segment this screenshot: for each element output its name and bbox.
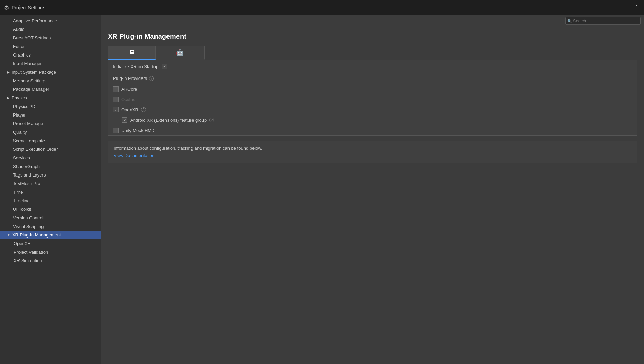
oculus-checkbox[interactable] (113, 97, 119, 102)
sidebar-item-timeline[interactable]: Timeline (0, 196, 101, 205)
sidebar-item-quality[interactable]: Quality (0, 128, 101, 136)
sidebar-item-ui-toolkit[interactable]: UI Toolkit (0, 205, 101, 214)
sidebar-item-xr-plugin-management[interactable]: ▼XR Plug-in Management (0, 231, 101, 239)
sidebar-item-graphics[interactable]: Graphics (0, 51, 101, 59)
tab-android[interactable]: 🤖 (156, 46, 205, 60)
sidebar-item-package-manager[interactable]: Package Manager (0, 85, 101, 94)
sidebar-item-label: Physics (12, 95, 27, 100)
sidebar-item-label: Preset Manager (13, 121, 45, 126)
provider-openxr: ✓ OpenXR ? (108, 105, 637, 115)
sidebar-item-script-execution-order[interactable]: Script Execution Order (0, 145, 101, 154)
search-input[interactable] (565, 17, 641, 25)
sidebar-item-label: Audio (13, 27, 24, 32)
sidebar-item-label: Burst AOT Settings (13, 35, 51, 40)
init-xr-label: Initialize XR on Startup (113, 64, 158, 69)
titlebar: ⚙ Project Settings ⋮ (0, 0, 644, 15)
sidebar-item-player[interactable]: Player (0, 111, 101, 119)
sidebar-item-adaptive-performance[interactable]: Adaptive Performance (0, 16, 101, 25)
sidebar-item-label: Time (13, 190, 23, 195)
sidebar-item-openxr[interactable]: OpenXR (0, 239, 101, 248)
openxr-label: OpenXR (121, 107, 138, 112)
search-bar: 🔍 (101, 15, 644, 27)
sidebar-item-label: UI Toolkit (13, 207, 31, 212)
sidebar-item-audio[interactable]: Audio (0, 25, 101, 34)
sidebar-item-label: Quality (13, 130, 27, 135)
info-box: Information about configuration, trackin… (108, 141, 637, 163)
sidebar-item-label: Editor (13, 44, 25, 49)
page-title: XR Plug-in Management (108, 33, 637, 40)
main-layout: Adaptive PerformanceAudioBurst AOT Setti… (0, 15, 644, 364)
expand-arrow-icon: ▶ (7, 96, 10, 100)
sidebar-item-tags-and-layers[interactable]: Tags and Layers (0, 171, 101, 179)
expand-arrow-icon: ▶ (7, 70, 10, 74)
sidebar-item-xr-simulation[interactable]: XR Simulation (0, 256, 101, 265)
sidebar-item-shader-graph[interactable]: ShaderGraph (0, 162, 101, 171)
sidebar-item-label: TextMesh Pro (13, 181, 40, 186)
android-xr-label: Android XR (Extensions) feature group (130, 118, 207, 123)
sidebar-item-label: Player (13, 112, 26, 118)
sidebar-item-physics[interactable]: ▶Physics (0, 94, 101, 102)
sidebar-item-label: XR Plug-in Management (12, 232, 61, 238)
sidebar-item-time[interactable]: Time (0, 188, 101, 196)
sidebar-item-visual-scripting[interactable]: Visual Scripting (0, 222, 101, 231)
init-xr-checkbox[interactable]: ✓ (162, 64, 167, 69)
search-icon: 🔍 (567, 19, 572, 23)
sidebar-item-label: OpenXR (14, 241, 31, 246)
sidebar-item-label: Visual Scripting (13, 224, 44, 229)
window-title: Project Settings (12, 5, 45, 10)
expand-arrow-icon: ▼ (7, 233, 10, 237)
arcore-label: ARCore (121, 87, 137, 92)
sidebar-item-label: Adaptive Performance (13, 18, 57, 23)
arcore-checkbox[interactable] (113, 86, 119, 92)
sidebar-item-label: ShaderGraph (13, 164, 40, 169)
sidebar-item-memory-settings[interactable]: Memory Settings (0, 76, 101, 85)
plugin-providers-section: Plug-in Providers ? ARCore Oculus ✓ (108, 73, 637, 136)
page-body: XR Plug-in Management 🖥 🤖 Initialize XR … (101, 27, 644, 364)
checkmark-icon: ✓ (163, 65, 166, 69)
sidebar-item-services[interactable]: Services (0, 154, 101, 162)
openxr-checkbox[interactable]: ✓ (113, 107, 119, 112)
info-text: Information about configuration, trackin… (114, 146, 631, 151)
sidebar-item-input-manager[interactable]: Input Manager (0, 59, 101, 68)
plugin-providers-header: Plug-in Providers ? (108, 73, 637, 84)
provider-android-xr: ✓ Android XR (Extensions) feature group … (108, 115, 637, 125)
init-xr-row: Initialize XR on Startup ✓ (108, 60, 637, 73)
content-area: 🔍 XR Plug-in Management 🖥 🤖 Initialize X… (101, 15, 644, 364)
sidebar-item-label: Input Manager (13, 61, 42, 66)
sidebar-item-input-system-package[interactable]: ▶Input System Package (0, 68, 101, 76)
sidebar-item-version-control[interactable]: Version Control (0, 214, 101, 222)
sidebar-item-label: Timeline (13, 198, 30, 203)
tab-desktop[interactable]: 🖥 (108, 46, 156, 60)
desktop-icon: 🖥 (128, 49, 135, 56)
sidebar-item-label: Graphics (13, 52, 31, 58)
plugin-providers-title: Plug-in Providers (113, 76, 147, 81)
sidebar-item-label: Project Validation (14, 250, 48, 255)
android-xr-checkbox[interactable]: ✓ (122, 117, 127, 123)
unity-mock-hmd-label: Unity Mock HMD (121, 128, 155, 133)
sidebar-item-burst-aot[interactable]: Burst AOT Settings (0, 34, 101, 42)
titlebar-menu-icon[interactable]: ⋮ (634, 4, 640, 11)
unity-mock-hmd-checkbox[interactable] (113, 128, 119, 133)
plugin-providers-help-icon[interactable]: ? (149, 76, 154, 81)
sidebar-item-textmesh-pro[interactable]: TextMesh Pro (0, 179, 101, 188)
android-xr-help-icon[interactable]: ? (209, 118, 214, 122)
openxr-help-icon[interactable]: ? (141, 107, 146, 112)
provider-arcore: ARCore (108, 84, 637, 94)
checkmark-icon: ✓ (123, 118, 126, 122)
sidebar-item-scene-template[interactable]: Scene Template (0, 136, 101, 145)
sidebar-item-physics-2d[interactable]: Physics 2D (0, 102, 101, 111)
sidebar-item-label: Input System Package (12, 70, 56, 75)
sidebar-item-editor[interactable]: Editor (0, 42, 101, 51)
view-documentation-link[interactable]: View Documentation (114, 153, 154, 158)
android-icon: 🤖 (176, 49, 184, 56)
titlebar-left: ⚙ Project Settings (4, 4, 45, 11)
oculus-label: Oculus (121, 97, 135, 102)
sidebar-item-preset-manager[interactable]: Preset Manager (0, 119, 101, 128)
provider-oculus: Oculus (108, 94, 637, 105)
sidebar-item-label: Services (13, 155, 30, 160)
sidebar-item-label: Script Execution Order (13, 147, 58, 152)
sidebar-item-label: Tags and Layers (13, 172, 46, 178)
sidebar-item-label: Version Control (13, 215, 44, 220)
sidebar-item-project-validation[interactable]: Project Validation (0, 248, 101, 256)
sidebar-item-label: Physics 2D (13, 104, 35, 109)
